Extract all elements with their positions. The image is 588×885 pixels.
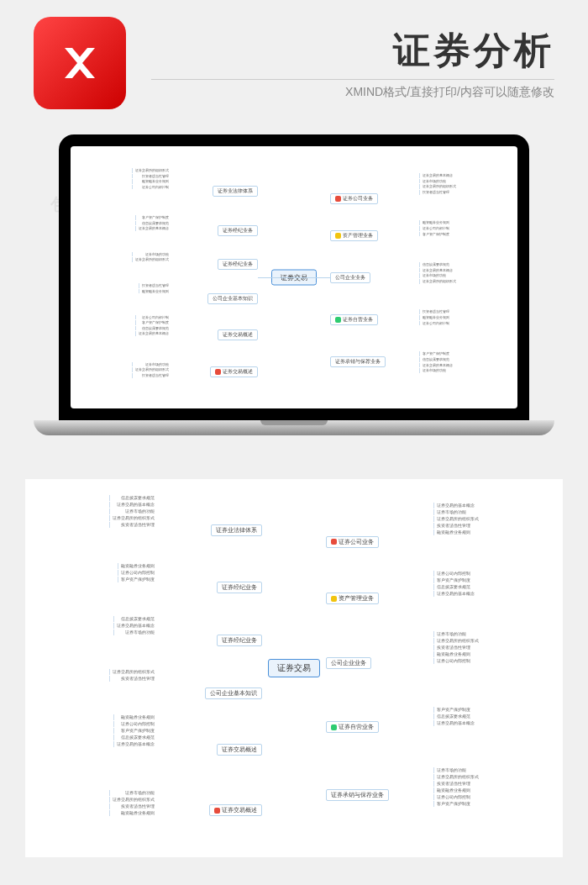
branch-node: 证券交易概述 — [218, 329, 258, 340]
branch-node: 证券经纪业务 — [218, 259, 258, 270]
branch-node: 证券承销与保荐业务 — [326, 789, 389, 801]
branch-node: 证券经纪业务 — [218, 225, 258, 236]
branch-node: 证券公司业务 — [326, 536, 379, 548]
leaf-cluster: 融资融券业务规则证券公司内部控制客户资产保护制度 — [118, 562, 155, 583]
branch-node: 公司企业基本知识 — [205, 687, 262, 699]
branch-node: 证券公司业务 — [330, 193, 378, 204]
leaf-cluster: 证券交易所的组织形式投资者适当性管理 — [109, 668, 155, 682]
branch-node: 证券交易概述 — [209, 804, 262, 816]
laptop-display: 证券交易 证券公司业务 资产管理业务 公司企业业务 证券自营业务 证券承销与保荐… — [71, 146, 517, 408]
branch-node: 证券经纪业务 — [217, 582, 262, 593]
leaf-cluster: 证券市场的功能证券交易所的组织形式投资者适当性管理融资融券业务规则证券公司内部控… — [433, 630, 479, 665]
title-block: 证券分析 XMIND格式/直接打印/内容可以随意修改 — [151, 26, 554, 100]
leaf-cluster: 证券市场的功能证券交易所的组织形式投资者适当性管理融资融券业务规则 — [109, 789, 155, 817]
branch-node: 证券业法律体系 — [213, 186, 258, 197]
branch-node: 公司企业业务 — [330, 272, 370, 283]
priority-marker-icon — [335, 317, 341, 323]
laptop-base — [34, 420, 554, 435]
branch-node: 资产管理业务 — [326, 593, 379, 604]
branch-node: 证券业法律体系 — [211, 524, 262, 536]
branch-node: 公司企业基本知识 — [207, 293, 258, 304]
xmind-logo-icon — [34, 17, 126, 109]
leaf-cluster: 信息披露要求规范证券交易的基本概念证券市场的功能证券交易所的组织形式投资者适当性… — [109, 494, 155, 529]
connector-line — [258, 277, 294, 278]
leaf-cluster: 融资融券业务规则证券公司内部控制客户资产保护制度 — [419, 219, 449, 237]
branch-node: 证券经纪业务 — [217, 635, 262, 646]
leaf-cluster: 信息披露要求规范证券交易的基本概念证券市场的功能证券交易所的组织形式 — [419, 261, 456, 284]
leaf-cluster: 证券交易的基本概念证券市场的功能证券交易所的组织形式投资者适当性管理 — [419, 172, 456, 195]
priority-marker-icon — [331, 724, 337, 730]
leaf-cluster: 证券公司内部控制客户资产保护制度信息披露要求规范证券交易的基本概念 — [433, 570, 475, 598]
leaf-cluster: 证券交易的基本概念证券市场的功能证券交易所的组织形式投资者适当性管理融资融券业务… — [433, 502, 479, 536]
page-title: 证券分析 — [151, 26, 554, 76]
priority-marker-icon — [331, 539, 337, 545]
leaf-cluster: 投资者适当性管理融资融券业务规则 — [139, 282, 169, 294]
full-mindmap-preview: 证券交易 证券公司业务 资产管理业务 公司企业业务 证券自营业务 证券承销与保荐… — [25, 479, 563, 857]
xmind-x-icon — [55, 38, 105, 88]
priority-marker-icon — [214, 808, 220, 814]
leaf-cluster: 信息披露要求规范证券交易的基本概念证券市场的功能 — [113, 615, 155, 636]
branch-node: 证券交易概述 — [217, 744, 262, 756]
branch-node: 证券自营业务 — [330, 314, 378, 325]
mindmap-center-node: 证券交易 — [268, 659, 320, 677]
branch-node: 证券自营业务 — [326, 721, 379, 733]
laptop-screen: 证券交易 证券公司业务 资产管理业务 公司企业业务 证券自营业务 证券承销与保荐… — [59, 134, 529, 420]
header: 证券分析 XMIND格式/直接打印/内容可以随意修改 — [0, 17, 588, 109]
leaf-cluster: 投资者适当性管理融资融券业务规则证券公司内部控制 — [419, 308, 449, 326]
leaf-cluster: 证券市场的功能证券交易所的组织形式投资者适当性管理 — [132, 361, 169, 379]
priority-marker-icon — [331, 596, 337, 602]
leaf-cluster: 证券交易所的组织形式投资者适当性管理融资融券业务规则证券公司内部控制 — [132, 167, 169, 190]
leaf-cluster: 证券公司内部控制客户资产保护制度信息披露要求规范证券交易的基本概念 — [135, 314, 169, 337]
leaf-cluster: 融资融券业务规则证券公司内部控制客户资产保护制度信息披露要求规范证券交易的基本概… — [113, 714, 155, 748]
connector-line — [294, 277, 330, 278]
leaf-cluster: 证券市场的功能证券交易所的组织形式投资者适当性管理融资融券业务规则证券公司内部控… — [433, 766, 479, 808]
priority-marker-icon — [215, 369, 221, 375]
branch-node: 证券交易概述 — [210, 366, 258, 377]
priority-marker-icon — [335, 233, 341, 239]
branch-node: 证券承销与保荐业务 — [330, 356, 386, 367]
branch-node: 资产管理业务 — [330, 230, 378, 241]
leaf-cluster: 客户资产保护制度信息披露要求规范证券交易的基本概念 — [135, 214, 169, 232]
laptop-mockup: 证券交易 证券公司业务 资产管理业务 公司企业业务 证券自营业务 证券承销与保荐… — [59, 134, 529, 435]
laptop-notch — [260, 420, 328, 425]
priority-marker-icon — [335, 196, 341, 202]
leaf-cluster: 客户资产保护制度信息披露要求规范证券交易的基本概念 — [433, 706, 475, 727]
branch-node: 公司企业业务 — [326, 657, 371, 669]
mindmap-small: 证券交易 证券公司业务 资产管理业务 公司企业业务 证券自营业务 证券承销与保荐… — [71, 146, 517, 408]
mindmap-large: 证券交易 证券公司业务 资产管理业务 公司企业业务 证券自营业务 证券承销与保荐… — [25, 479, 563, 857]
leaf-cluster: 客户资产保护制度信息披露要求规范证券交易的基本概念证券市场的功能 — [419, 350, 453, 373]
leaf-cluster: 证券市场的功能证券交易所的组织形式 — [132, 251, 169, 263]
page-subtitle: XMIND格式/直接打印/内容可以随意修改 — [151, 79, 554, 100]
